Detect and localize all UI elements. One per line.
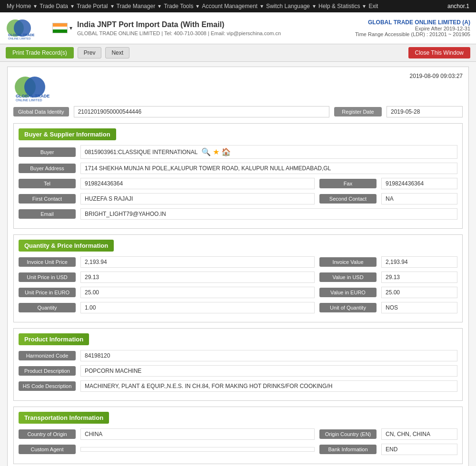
nav-switchlang[interactable]: Switch Language	[263, 3, 313, 10]
hs-code-desc-row: HS Code Description MACHINERY, PLANT & E…	[19, 380, 457, 392]
nav-tradedata[interactable]: Trade Data	[37, 3, 71, 10]
invoice-unit-price-label: Invoice Unit Price	[19, 257, 76, 267]
invoice-unit-price-value: 2,193.94	[80, 256, 315, 268]
quantity-row: Quantity 1.00 Unit of Quantity NOS	[19, 302, 457, 313]
product-description-value: POPCORN MACHINE	[80, 365, 457, 377]
main-content: GLOBAL TRADE ONLINE LIMITED 2019-08-09 0…	[0, 62, 476, 466]
contacts-row: First Contact HUZEFA S RAJAJI Second Con…	[19, 193, 457, 204]
tel-label: Tel	[19, 179, 76, 188]
bank-information-value: END	[381, 444, 457, 455]
transportation-header: Transportation Information	[19, 412, 109, 424]
buyer-supplier-section: Buyer & Supplier Information Buyer 08159…	[13, 123, 463, 229]
product-header: Product Information	[19, 333, 89, 345]
email-row: Email BRIGHT_LIGHT79@YAHOO.IN	[19, 208, 457, 220]
nav-accountmgmt[interactable]: Account Management	[199, 3, 260, 10]
product-description-row: Product Description POPCORN MACHINE	[19, 365, 457, 377]
unit-price-euro-value: 25.00	[80, 287, 315, 298]
second-contact-label: Second Contact	[319, 194, 377, 204]
unit-of-quantity-label: Unit of Quantity	[319, 303, 377, 312]
record-timestamp: 2019-08-09 09:03:27	[410, 73, 463, 79]
unit-price-euro-row: Unit Price in EURO 25.00 Value in EURO 2…	[19, 287, 457, 298]
svg-text:ONLINE LIMITED: ONLINE LIMITED	[16, 98, 42, 101]
buyer-address-value: 1714 SHEKHA MUNJA NI POLE,,KALUPUR TOWER…	[80, 163, 457, 174]
email-label: Email	[19, 209, 76, 219]
unit-price-usd-value: 29.13	[80, 272, 315, 283]
expire-date: Expire After 2019-12-31	[355, 26, 470, 31]
buyer-row: Buyer 0815903961:CLASSIQUE INTERNATIONAL…	[19, 145, 457, 159]
close-button-top[interactable]: Close This Window	[408, 47, 470, 58]
first-contact-value: HUZEFA S RAJAJI	[80, 193, 315, 204]
origin-country-en-value: CN, CHN, CHINA	[381, 428, 457, 440]
buyer-supplier-header: Buyer & Supplier Information	[19, 128, 116, 140]
svg-text:ONLINE LIMITED: ONLINE LIMITED	[8, 37, 31, 40]
tel-value: 919824436364	[80, 178, 315, 189]
origin-country-en-label: Origin Country (EN)	[319, 429, 377, 439]
buyer-label: Buyer	[19, 147, 76, 157]
value-usd-value: 29.13	[381, 272, 457, 283]
quantity-value: 1.00	[80, 302, 315, 313]
account-name: GLOBAL TRADE ONLINE LIMITED (A)	[355, 19, 470, 26]
quantity-price-header: Quantity & Price Information	[19, 240, 114, 252]
invoice-value-value: 2,193.94	[381, 256, 457, 268]
nav-helpstats[interactable]: Help & Statistics	[316, 3, 363, 10]
nav-exit[interactable]: Exit	[366, 3, 381, 10]
print-button-top[interactable]: Print Trade Record(s)	[6, 47, 74, 58]
logo-bar: GLOBAL TRADE ONLINE LIMITED ▾ India JNPT…	[0, 12, 476, 44]
nav-tradeportal[interactable]: Trade Portal	[74, 3, 111, 10]
fax-value: 919824436364	[381, 178, 457, 189]
transportation-section: Transportation Information Country of Or…	[13, 407, 463, 464]
country-of-origin-label: Country of Origin	[19, 429, 76, 439]
nav-tradetools[interactable]: Trade Tools	[161, 3, 196, 10]
first-contact-label: First Contact	[19, 194, 76, 204]
record-logo: GLOBAL TRADE ONLINE LIMITED	[13, 73, 75, 101]
invoice-value-label: Invoice Value	[319, 257, 377, 267]
star-icon[interactable]: ★	[213, 147, 219, 156]
tel-fax-row: Tel 919824436364 Fax 919824436364	[19, 178, 457, 189]
fax-label: Fax	[319, 179, 377, 188]
custom-bank-row: Custom Agent Bank Information END	[19, 444, 457, 455]
ldr-range: Time Range Accessible (LDR) : 201201 ~ 2…	[355, 31, 470, 37]
record-card: GLOBAL TRADE ONLINE LIMITED 2019-08-09 0…	[7, 67, 469, 466]
search-icon[interactable]: 🔍	[201, 147, 211, 156]
buyer-address-label: Buyer Address	[19, 164, 76, 173]
unit-price-euro-label: Unit Price in EURO	[19, 288, 76, 297]
unit-price-usd-label: Unit Price in USD	[19, 272, 76, 282]
svg-text:GLOBAL TRADE: GLOBAL TRADE	[8, 33, 35, 37]
quantity-label: Quantity	[19, 303, 76, 312]
nav-trademanager[interactable]: Trade Manager	[114, 3, 159, 10]
svg-text:GLOBAL TRADE: GLOBAL TRADE	[16, 94, 50, 98]
data-identity-row: Global Data Identity 2101201905000054444…	[13, 106, 463, 117]
harmonized-code-value: 84198120	[80, 350, 457, 361]
custom-agent-label: Custom Agent	[19, 445, 76, 454]
next-button-top[interactable]: Next	[105, 47, 129, 58]
hs-code-description-value: MACHINERY, PLANT & EQUIP.,N.E.S. IN CH.8…	[80, 380, 457, 392]
value-euro-value: 25.00	[381, 287, 457, 298]
country-flag	[52, 23, 68, 33]
harmonized-code-row: Harmonized Code 84198120	[19, 350, 457, 361]
contact-info: GLOBAL TRADE ONLINE LIMITED | Tel: 400-7…	[77, 30, 355, 36]
bank-information-label: Bank Information	[319, 445, 377, 454]
global-data-identity-value: 21012019050000544446	[74, 106, 329, 117]
nav-myhome[interactable]: My Home	[4, 3, 34, 10]
top-navigation: My Home▾ Trade Data▾ Trade Portal▾ Trade…	[0, 0, 476, 12]
register-date-label: Register Date	[334, 107, 382, 116]
harmonized-code-label: Harmonized Code	[19, 351, 76, 360]
email-value: BRIGHT_LIGHT79@YAHOO.IN	[80, 208, 457, 220]
company-logo: GLOBAL TRADE ONLINE LIMITED	[6, 16, 49, 40]
home-icon[interactable]: 🏠	[221, 147, 231, 156]
prev-button-top[interactable]: Prev	[78, 47, 102, 58]
country-of-origin-value: CHINA	[80, 428, 315, 440]
top-action-bar: Print Trade Record(s) Prev Next Close Th…	[0, 44, 476, 62]
global-data-identity-label: Global Data Identity	[13, 107, 69, 116]
hs-code-description-label: HS Code Description	[19, 381, 76, 391]
anchor-label: anchor.1	[445, 3, 472, 10]
register-date-value: 2019-05-28	[387, 106, 463, 117]
record-header: GLOBAL TRADE ONLINE LIMITED 2019-08-09 0…	[13, 73, 463, 101]
product-section: Product Information Harmonized Code 8419…	[13, 328, 463, 401]
unit-price-usd-row: Unit Price in USD 29.13 Value in USD 29.…	[19, 272, 457, 283]
value-usd-label: Value in USD	[319, 272, 377, 282]
custom-agent-value	[80, 447, 315, 452]
quantity-price-section: Quantity & Price Information Invoice Uni…	[13, 234, 463, 322]
unit-of-quantity-value: NOS	[381, 302, 457, 313]
product-description-label: Product Description	[19, 366, 76, 376]
